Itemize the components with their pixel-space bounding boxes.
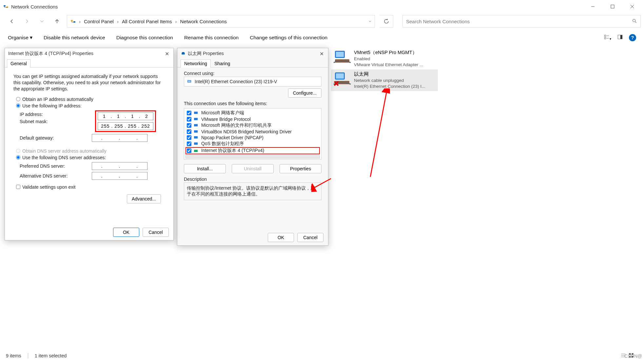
refresh-button[interactable] <box>380 15 393 28</box>
tab-networking[interactable]: Networking <box>181 59 211 67</box>
svg-rect-27 <box>188 81 190 82</box>
horizontal-scrollbar[interactable] <box>185 155 320 159</box>
crumb-control-panel[interactable]: Control Panel <box>84 19 114 24</box>
address-bar[interactable]: › Control Panel › All Control Panel Item… <box>67 15 375 28</box>
close-button[interactable] <box>622 0 642 13</box>
change-settings-button[interactable]: Change settings of this connection <box>250 35 327 41</box>
svg-rect-0 <box>4 5 5 7</box>
description-text: 传输控制协议/Internet 协议。该协议是默认的广域网络协议，用于在不同的相… <box>184 182 322 200</box>
chevron-right-icon: › <box>116 19 120 24</box>
nav-bar: › Control Panel › All Control Panel Item… <box>0 13 644 29</box>
rename-button[interactable]: Rename this connection <box>184 35 239 41</box>
svg-rect-33 <box>194 142 198 145</box>
connect-using-label: Connect using: <box>184 71 322 76</box>
advanced-button[interactable]: Advanced... <box>127 194 161 203</box>
svg-line-35 <box>370 91 387 177</box>
status-item-count: 9 items <box>6 353 21 358</box>
subnet-mask-label: Subnet mask: <box>20 119 92 124</box>
ip-address-input[interactable] <box>98 112 153 120</box>
ok-button[interactable]: OK <box>113 228 139 237</box>
preview-pane-button[interactable] <box>617 34 623 41</box>
chevron-down-icon[interactable] <box>365 19 375 24</box>
connection-name: VMnet5（eNSP Pro MGMT） <box>354 49 423 56</box>
item-checkbox[interactable] <box>187 135 191 140</box>
search-input[interactable]: Search Network Connections <box>402 15 641 28</box>
item-checkbox[interactable] <box>187 148 191 153</box>
disable-device-button[interactable]: Disable this network device <box>44 35 105 41</box>
uninstall-button[interactable]: Uninstall <box>232 164 274 173</box>
item-checkbox[interactable] <box>187 142 191 146</box>
chevron-right-icon: › <box>174 19 178 24</box>
nic-icon <box>187 79 193 84</box>
dialog-title: Internet 协议版本 4 (TCP/IPv4) Properties <box>8 51 93 57</box>
minimize-button[interactable] <box>583 0 603 13</box>
crumb-all-items[interactable]: All Control Panel Items <box>122 19 172 24</box>
svg-rect-24 <box>182 53 185 54</box>
search-icon <box>632 18 637 25</box>
recent-dropdown[interactable] <box>37 16 47 27</box>
connection-item[interactable]: VMnet5（eNSP Pro MGMT） Enabled VMware Vir… <box>331 48 438 69</box>
close-icon[interactable]: ✕ <box>164 51 170 57</box>
close-icon[interactable]: ✕ <box>318 51 325 57</box>
maximize-button[interactable] <box>603 0 622 13</box>
svg-rect-32 <box>194 136 198 139</box>
cancel-button[interactable]: Cancel <box>297 233 323 242</box>
svg-rect-7 <box>73 21 75 23</box>
list-item[interactable]: VMware Bridge Protocol <box>185 116 320 122</box>
alt-dns-input[interactable] <box>92 172 147 180</box>
item-checkbox[interactable] <box>187 117 191 122</box>
items-label: This connection uses the following items… <box>184 101 322 106</box>
svg-rect-15 <box>620 35 622 39</box>
ok-button[interactable]: OK <box>268 233 294 242</box>
svg-rect-29 <box>194 118 198 120</box>
svg-point-8 <box>633 19 635 22</box>
install-button[interactable]: Install... <box>184 164 226 173</box>
item-checkbox[interactable] <box>187 123 191 128</box>
radio-static-dns[interactable] <box>16 155 20 160</box>
list-item[interactable]: Microsoft 网络的文件和打印机共享 <box>185 122 320 129</box>
list-item[interactable]: VirtualBox NDIS6 Bridged Networking Driv… <box>185 129 320 135</box>
titlebar: Network Connections <box>0 0 644 13</box>
back-button[interactable] <box>7 16 17 27</box>
validate-checkbox[interactable] <box>16 185 20 189</box>
pref-dns-input[interactable] <box>92 162 147 170</box>
forward-button[interactable] <box>22 16 32 27</box>
radio-auto-dns <box>16 149 20 153</box>
component-icon <box>193 135 199 140</box>
cancel-button[interactable]: Cancel <box>143 228 169 237</box>
list-item[interactable]: Microsoft 网络客户端 <box>185 110 320 116</box>
highlight-box <box>95 110 156 132</box>
ip-description: You can get IP settings assigned automat… <box>13 73 165 92</box>
item-checkbox[interactable] <box>187 111 191 115</box>
help-button[interactable]: ? <box>629 34 636 41</box>
connection-status: Enabled <box>354 56 423 62</box>
view-options-button[interactable]: ▾ <box>604 34 611 41</box>
dialog-title: 以太网 Properties <box>188 51 224 57</box>
radio-auto-ip[interactable] <box>16 97 20 101</box>
svg-rect-10 <box>604 35 606 37</box>
organise-menu[interactable]: Organise▾ <box>8 35 32 41</box>
tab-general[interactable]: General <box>7 59 30 67</box>
list-item[interactable]: Npcap Packet Driver (NPCAP) <box>185 135 320 141</box>
gateway-input[interactable] <box>92 134 147 142</box>
diagnose-button[interactable]: Diagnose this connection <box>116 35 173 41</box>
radio-static-ip[interactable] <box>16 104 20 108</box>
command-bar: Organise▾ Disable this network device Di… <box>0 29 644 46</box>
component-icon <box>193 123 199 128</box>
crumb-network-connections[interactable]: Network Connections <box>180 19 227 24</box>
ip-address-label: IP address: <box>20 112 92 117</box>
subnet-mask-input[interactable] <box>98 122 153 130</box>
connection-item[interactable]: 以太网 Network cable unplugged Intel(R) Eth… <box>331 69 438 91</box>
list-item-ipv4[interactable]: Internet 协议版本 4 (TCP/IPv4) <box>185 147 320 154</box>
svg-line-9 <box>635 22 636 23</box>
svg-rect-34 <box>194 150 198 152</box>
item-checkbox[interactable] <box>187 129 191 134</box>
window-title: Network Connections <box>11 4 58 9</box>
tab-sharing[interactable]: Sharing <box>211 59 234 67</box>
up-button[interactable] <box>52 16 62 27</box>
component-icon <box>193 142 199 146</box>
list-item[interactable]: QoS 数据包计划程序 <box>185 141 320 147</box>
component-icon <box>193 117 199 122</box>
connection-list: VMnet5（eNSP Pro MGMT） Enabled VMware Vir… <box>331 48 438 91</box>
svg-rect-25 <box>182 52 185 53</box>
